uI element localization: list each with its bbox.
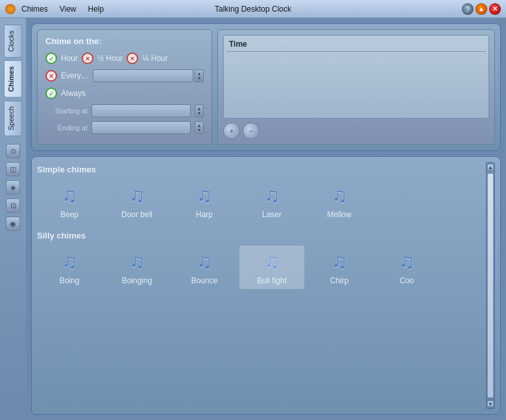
chime-boing[interactable]: ♫ Boing xyxy=(37,246,102,289)
always-check[interactable]: ✓ xyxy=(45,88,57,99)
mellow-label: Mellow xyxy=(327,210,351,219)
simple-chimes-label: Simple chimes xyxy=(37,165,483,174)
chime-harp[interactable]: ♫ Harp xyxy=(172,180,237,223)
time-list[interactable]: Time xyxy=(223,35,489,119)
boing-label: Boing xyxy=(60,276,80,285)
title-bar: Chimes View Help Talking Desktop Clock ?… xyxy=(0,0,506,18)
chime-doorbell[interactable]: ♫ Door bell xyxy=(104,180,169,223)
title-bar-controls: ? ▲ ✕ xyxy=(462,3,501,15)
laser-icon: ♫ xyxy=(264,183,280,207)
sidebar-icon-4[interactable]: ⊡ xyxy=(6,198,20,213)
bullfight-label: Bull fight xyxy=(257,276,287,285)
chime-coo[interactable]: ♫ Coo xyxy=(374,246,439,289)
harp-icon: ♫ xyxy=(197,183,212,207)
quarter-hour-label: ¼ Hour xyxy=(142,54,167,63)
ending-at-row: Ending at ▲ ▼ xyxy=(45,121,204,134)
chimes-content: Simple chimes ♫ Beep ♫ Door bell ♫ Harp xyxy=(37,162,483,409)
bullfight-icon: ♫ xyxy=(264,250,280,274)
every-check[interactable]: ✕ xyxy=(45,70,57,82)
boing-icon: ♫ xyxy=(62,250,77,274)
sidebar-icon-3[interactable]: ◈ xyxy=(6,180,20,194)
mellow-icon: ♫ xyxy=(331,183,347,207)
ending-at-spin[interactable]: ▲ ▼ xyxy=(195,121,204,134)
doorbell-label: Door bell xyxy=(121,210,152,219)
every-spin[interactable]: ▲ ▼ xyxy=(195,69,204,82)
close-button[interactable]: ✕ xyxy=(489,3,501,15)
sidebar-icon-5[interactable]: ◉ xyxy=(6,216,20,231)
scrollbar[interactable]: ▲ ▼ xyxy=(486,162,495,409)
time-list-controls: + − xyxy=(223,122,489,139)
sidebar-icon-2[interactable]: ◫ xyxy=(6,162,20,176)
top-panel: Chime on the: ✓ Hour ✕ ½ Hour ✕ ¼ Hour ✕… xyxy=(31,23,501,151)
chime-boinging[interactable]: ♫ Boinging xyxy=(104,246,169,289)
minimize-button[interactable]: ▲ xyxy=(476,3,487,15)
sidebar: Clocks Chimes Speech ⊙ ◫ ◈ ⊡ ◉ xyxy=(0,18,26,420)
time-list-header: Time xyxy=(226,38,486,52)
app-icon xyxy=(5,4,16,14)
sidebar-icons: ⊙ ◫ ◈ ⊡ ◉ xyxy=(6,144,20,231)
half-hour-label: ½ Hour xyxy=(97,54,123,63)
starting-at-spin[interactable]: ▲ ▼ xyxy=(195,104,204,117)
main-container: Clocks Chimes Speech ⊙ ◫ ◈ ⊡ ◉ Chime on … xyxy=(0,18,506,420)
starting-at-value[interactable] xyxy=(91,104,191,117)
chime-beep[interactable]: ♫ Beep xyxy=(37,180,102,223)
remove-time-button[interactable]: − xyxy=(243,122,259,139)
bounce-icon: ♫ xyxy=(197,250,212,274)
silly-chimes-label: Silly chimes xyxy=(37,231,483,240)
ending-at-label: Ending at xyxy=(45,124,88,132)
sidebar-tab-chimes[interactable]: Chimes xyxy=(4,60,22,98)
sidebar-tab-speech[interactable]: Speech xyxy=(4,100,22,136)
chime-bullfight[interactable]: ♫ Bull fight xyxy=(239,246,304,289)
hour-label: Hour xyxy=(61,54,78,63)
coo-label: Coo xyxy=(400,276,414,285)
every-label: Every… xyxy=(61,71,89,80)
starting-at-label: Starting at xyxy=(45,107,88,115)
chime-laser[interactable]: ♫ Laser xyxy=(239,180,304,223)
harp-label: Harp xyxy=(196,210,213,219)
ending-at-value[interactable] xyxy=(91,121,191,134)
coo-icon: ♫ xyxy=(399,250,415,274)
every-value[interactable] xyxy=(93,69,193,82)
chirp-icon: ♫ xyxy=(331,250,347,274)
chime-settings-title: Chime on the: xyxy=(45,36,204,46)
laser-label: Laser xyxy=(262,210,282,219)
scroll-thumb[interactable] xyxy=(487,173,494,398)
scroll-up-arrow[interactable]: ▲ xyxy=(487,164,494,170)
quarter-hour-check[interactable]: ✕ xyxy=(126,52,138,64)
menu-bar: Chimes View Help xyxy=(19,4,462,14)
always-label: Always xyxy=(61,89,86,98)
chime-mellow[interactable]: ♫ Mellow xyxy=(307,180,372,223)
sidebar-icon-1[interactable]: ⊙ xyxy=(6,144,20,158)
chirp-label: Chirp xyxy=(330,276,349,285)
every-dropdown: ▲ ▼ xyxy=(93,69,204,82)
doorbell-icon: ♫ xyxy=(129,183,145,207)
every-row: ✕ Every… ▲ ▼ xyxy=(45,69,204,82)
boinging-icon: ♫ xyxy=(129,250,145,274)
menu-chimes[interactable]: Chimes xyxy=(19,4,50,14)
hour-row: ✓ Hour ✕ ½ Hour ✕ ¼ Hour xyxy=(45,52,204,64)
beep-icon: ♫ xyxy=(62,183,77,207)
add-time-button[interactable]: + xyxy=(223,122,240,139)
menu-help[interactable]: Help xyxy=(86,4,106,14)
time-panel: Time + − xyxy=(217,29,495,145)
chime-bounce[interactable]: ♫ Bounce xyxy=(172,246,237,289)
half-hour-check[interactable]: ✕ xyxy=(82,52,93,64)
beep-label: Beep xyxy=(60,210,78,219)
starting-at-row: Starting at ▲ ▼ xyxy=(45,104,204,117)
simple-chimes-grid: ♫ Beep ♫ Door bell ♫ Harp ♫ Laser xyxy=(37,180,483,223)
scroll-down-arrow[interactable]: ▼ xyxy=(487,401,494,407)
silly-chimes-grid: ♫ Boing ♫ Boinging ♫ Bounce ♫ Bull fight xyxy=(37,246,483,289)
bottom-panel: Simple chimes ♫ Beep ♫ Door bell ♫ Harp xyxy=(31,156,501,415)
always-row: ✓ Always xyxy=(45,88,204,99)
content-area: Chime on the: ✓ Hour ✕ ½ Hour ✕ ¼ Hour ✕… xyxy=(26,18,506,420)
sidebar-tab-clocks[interactable]: Clocks xyxy=(4,25,22,58)
menu-view[interactable]: View xyxy=(58,4,78,14)
chime-chirp[interactable]: ♫ Chirp xyxy=(307,246,372,289)
hour-check[interactable]: ✓ xyxy=(45,52,57,64)
chime-settings-panel: Chime on the: ✓ Hour ✕ ½ Hour ✕ ¼ Hour ✕… xyxy=(37,29,212,145)
bounce-label: Bounce xyxy=(191,276,218,285)
help-button[interactable]: ? xyxy=(462,3,474,15)
boinging-label: Boinging xyxy=(122,276,152,285)
